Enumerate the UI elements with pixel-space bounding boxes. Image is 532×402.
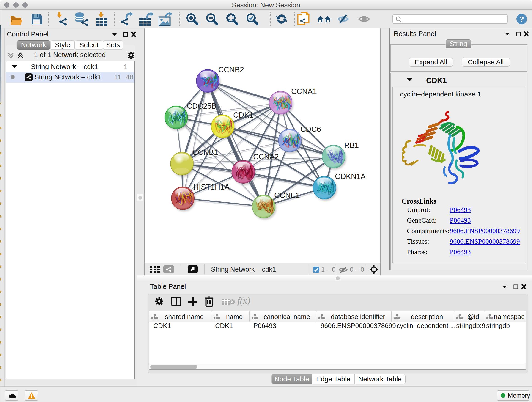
svg-text:CDKN1A: CDKN1A — [335, 172, 366, 181]
svg-text:CDC25B: CDC25B — [187, 102, 216, 110]
svg-text:CCNA2: CCNA2 — [253, 153, 279, 161]
svg-text:CDK1: CDK1 — [233, 111, 253, 119]
svg-text:CCNB1: CCNB1 — [192, 148, 218, 157]
svg-text:RB1: RB1 — [344, 141, 359, 149]
svg-text:HIST1H1A: HIST1H1A — [193, 183, 230, 191]
svg-text:CCNA1: CCNA1 — [291, 87, 317, 96]
svg-text:CCNB2: CCNB2 — [218, 65, 244, 74]
svg-text:CCNE1: CCNE1 — [274, 191, 300, 199]
svg-text:CDC6: CDC6 — [300, 125, 321, 133]
